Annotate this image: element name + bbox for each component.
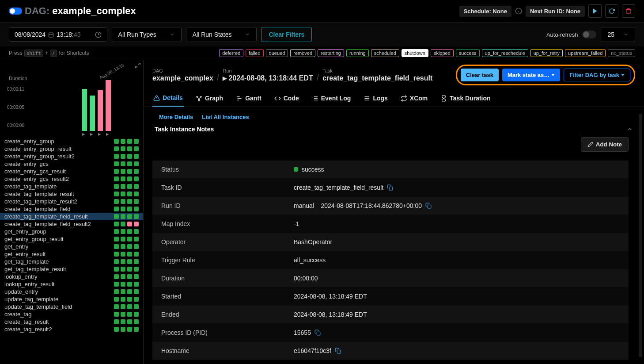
task-status-cell[interactable] bbox=[134, 139, 139, 144]
task-status-cell[interactable] bbox=[134, 274, 139, 279]
task-status-cell[interactable] bbox=[121, 192, 125, 196]
task-status-cell[interactable] bbox=[127, 146, 132, 151]
breadcrumb-dag[interactable]: example_complex bbox=[152, 74, 213, 82]
task-status-cell[interactable] bbox=[121, 259, 125, 264]
task-status-cell[interactable] bbox=[127, 289, 132, 294]
task-row[interactable]: create_tag_result2 bbox=[0, 326, 143, 333]
task-status-cell[interactable] bbox=[121, 222, 125, 226]
copy-icon[interactable] bbox=[387, 184, 393, 191]
task-status-cell[interactable] bbox=[114, 222, 119, 226]
task-status-cell[interactable] bbox=[134, 229, 139, 234]
task-status-cell[interactable] bbox=[114, 169, 119, 174]
task-status-cell[interactable] bbox=[134, 192, 139, 196]
task-status-cell[interactable] bbox=[114, 252, 119, 257]
more-details-link[interactable]: More Details bbox=[159, 114, 193, 120]
task-row[interactable]: create_tag_template bbox=[0, 183, 143, 190]
task-row[interactable]: create_tag bbox=[0, 310, 143, 318]
task-status-cell[interactable] bbox=[114, 259, 119, 264]
task-status-cell[interactable] bbox=[134, 207, 139, 211]
date-time-input[interactable]: 08/08/2024 13:18:45 bbox=[9, 27, 107, 42]
task-status-cell[interactable] bbox=[114, 192, 119, 196]
task-status-cell[interactable] bbox=[134, 199, 139, 204]
mark-state-button[interactable]: Mark state as… bbox=[502, 69, 560, 81]
status-chip-shutdown[interactable]: shutdown bbox=[402, 49, 428, 57]
duration-bar[interactable]: ▶ bbox=[98, 78, 103, 131]
task-row[interactable]: update_entry bbox=[0, 288, 143, 295]
task-status-cell[interactable] bbox=[127, 222, 132, 226]
task-status-cell[interactable] bbox=[114, 146, 119, 151]
task-status-cell[interactable] bbox=[134, 222, 139, 226]
task-status-cell[interactable] bbox=[114, 289, 119, 294]
task-status-cell[interactable] bbox=[134, 312, 139, 317]
task-status-cell[interactable] bbox=[121, 184, 125, 189]
task-status-cell[interactable] bbox=[127, 259, 132, 264]
task-status-cell[interactable] bbox=[127, 139, 132, 144]
task-status-cell[interactable] bbox=[114, 214, 119, 219]
task-status-cell[interactable] bbox=[121, 319, 125, 324]
task-row[interactable]: create_entry_group_result bbox=[0, 145, 143, 153]
status-chip-skipped[interactable]: skipped bbox=[431, 49, 454, 57]
copy-icon[interactable] bbox=[314, 330, 321, 336]
task-row[interactable]: create_tag_template_result2 bbox=[0, 198, 143, 205]
tab-gantt[interactable]: Gantt bbox=[235, 90, 262, 107]
task-row[interactable]: create_entry_group_result2 bbox=[0, 153, 143, 160]
task-status-cell[interactable] bbox=[134, 154, 139, 159]
task-status-cell[interactable] bbox=[127, 161, 132, 166]
tab-graph[interactable]: Graph bbox=[195, 90, 224, 107]
task-row[interactable]: lookup_entry_result bbox=[0, 280, 143, 288]
status-chip-upstream_failed[interactable]: upstream_failed bbox=[565, 49, 606, 57]
refresh-button[interactable] bbox=[605, 4, 618, 18]
status-chip-success[interactable]: success bbox=[456, 49, 480, 57]
task-status-cell[interactable] bbox=[121, 327, 125, 332]
task-status-cell[interactable] bbox=[127, 207, 132, 211]
task-status-cell[interactable] bbox=[134, 327, 139, 332]
task-status-cell[interactable] bbox=[134, 169, 139, 174]
task-status-cell[interactable] bbox=[134, 267, 139, 272]
task-status-cell[interactable] bbox=[127, 282, 132, 287]
task-status-cell[interactable] bbox=[127, 304, 132, 309]
task-status-cell[interactable] bbox=[114, 282, 119, 287]
task-status-cell[interactable] bbox=[121, 297, 125, 302]
task-status-cell[interactable] bbox=[134, 297, 139, 302]
task-status-cell[interactable] bbox=[121, 289, 125, 294]
tab-event-log[interactable]: Event Log bbox=[311, 90, 352, 107]
run-types-select[interactable]: All Run Types bbox=[112, 27, 182, 42]
task-status-cell[interactable] bbox=[127, 244, 132, 249]
task-status-cell[interactable] bbox=[121, 282, 125, 287]
task-status-cell[interactable] bbox=[121, 154, 125, 159]
task-status-cell[interactable] bbox=[121, 139, 125, 144]
status-chip-restarting[interactable]: restarting bbox=[318, 49, 344, 57]
task-row[interactable]: get_tag_template bbox=[0, 258, 143, 265]
task-status-cell[interactable] bbox=[121, 237, 125, 241]
task-status-cell[interactable] bbox=[121, 304, 125, 309]
status-chip-failed[interactable]: failed bbox=[246, 49, 263, 57]
task-row[interactable]: create_tag_template_field_result2 bbox=[0, 220, 143, 228]
tab-logs[interactable]: Logs bbox=[363, 90, 388, 107]
tab-xcom[interactable]: XCom bbox=[400, 90, 428, 107]
task-status-cell[interactable] bbox=[134, 319, 139, 324]
status-chip-no_status[interactable]: no_status bbox=[608, 49, 635, 57]
task-status-cell[interactable] bbox=[114, 312, 119, 317]
clear-task-button[interactable]: Clear task bbox=[461, 69, 499, 81]
auto-refresh-toggle[interactable] bbox=[582, 31, 596, 38]
duration-bar[interactable]: ▶ bbox=[90, 78, 95, 131]
list-instances-link[interactable]: List All Instances bbox=[202, 114, 249, 120]
task-status-cell[interactable] bbox=[121, 267, 125, 272]
task-status-cell[interactable] bbox=[127, 237, 132, 241]
run-states-select[interactable]: All Run States bbox=[186, 27, 257, 42]
task-status-cell[interactable] bbox=[134, 244, 139, 249]
task-status-cell[interactable] bbox=[121, 169, 125, 174]
task-row[interactable]: create_tag_template_field_result bbox=[0, 213, 143, 220]
task-row[interactable]: create_entry_gcs bbox=[0, 160, 143, 168]
task-status-cell[interactable] bbox=[121, 176, 125, 181]
task-status-cell[interactable] bbox=[114, 199, 119, 204]
add-note-button[interactable]: Add Note bbox=[581, 137, 629, 152]
task-status-cell[interactable] bbox=[121, 229, 125, 234]
task-status-cell[interactable] bbox=[121, 252, 125, 257]
copy-icon[interactable] bbox=[335, 348, 341, 354]
status-chip-queued[interactable]: queued bbox=[266, 49, 288, 57]
task-status-cell[interactable] bbox=[127, 214, 132, 219]
status-chip-up_for_retry[interactable]: up_for_retry bbox=[530, 49, 563, 57]
task-status-cell[interactable] bbox=[114, 139, 119, 144]
task-status-cell[interactable] bbox=[134, 252, 139, 257]
